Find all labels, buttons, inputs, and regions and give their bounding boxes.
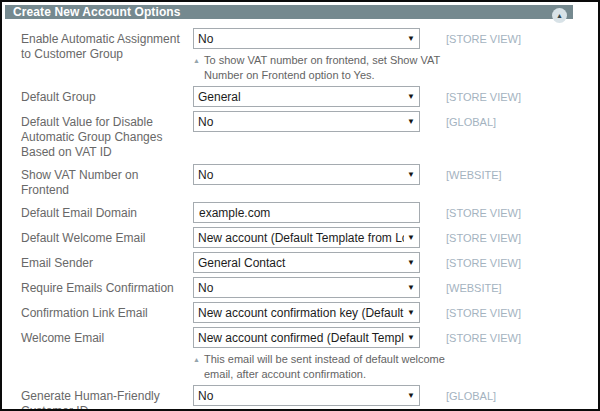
select-require-emails-confirmation[interactable]: No ▼	[193, 277, 420, 298]
scope-label: [STORE VIEW]	[421, 302, 521, 319]
scope-label: [GLOBAL]	[421, 385, 496, 402]
dropdown-arrow-icon: ▼	[407, 170, 415, 179]
field-label: Email Sender	[21, 252, 193, 271]
select-welcome-email[interactable]: New account confirmed (Default Template …	[193, 327, 420, 348]
dropdown-arrow-icon: ▼	[407, 391, 415, 400]
select-value: No	[198, 115, 404, 129]
form-row-confirmation-link-email: Confirmation Link Email New account conf…	[21, 302, 598, 323]
select-value: New account confirmation key (Default Te…	[198, 306, 404, 320]
scope-label: [STORE VIEW]	[421, 202, 521, 219]
field-label: Default Welcome Email	[21, 227, 193, 246]
scope-label: [STORE VIEW]	[421, 327, 521, 344]
form-row-show-vat-number: Show VAT Number on Frontend No ▼ [WEBSIT…	[21, 164, 598, 198]
scope-label: [WEBSITE]	[421, 164, 502, 181]
field-label: Default Value for Disable Automatic Grou…	[21, 111, 193, 160]
form-row-default-welcome-email: Default Welcome Email New account (Defau…	[21, 227, 598, 248]
note-arrow-icon: ▲	[193, 353, 204, 367]
settings-page: Create New Account Options ▲ Enable Auto…	[2, 2, 598, 409]
note-arrow-icon: ▲	[193, 54, 204, 68]
dropdown-arrow-icon: ▼	[407, 117, 415, 126]
scope-label: [STORE VIEW]	[421, 227, 521, 244]
field-label: Default Email Domain	[21, 202, 193, 221]
screenshot-frame: Create New Account Options ▲ Enable Auto…	[0, 0, 600, 411]
select-value: No	[198, 168, 404, 182]
form-row-email-sender: Email Sender General Contact ▼ [STORE VI…	[21, 252, 598, 273]
select-value: No	[198, 281, 404, 295]
scope-label: [STORE VIEW]	[421, 86, 521, 103]
scope-label: [GLOBAL]	[421, 111, 496, 128]
field-label: Require Emails Confirmation	[21, 277, 193, 296]
dropdown-arrow-icon: ▼	[407, 283, 415, 292]
default-email-domain-input[interactable]	[193, 202, 420, 223]
dropdown-arrow-icon: ▼	[407, 258, 415, 267]
note-text: This email will be sent instead of defau…	[204, 353, 445, 380]
select-default-welcome-email[interactable]: New account (Default Template from Local…	[193, 227, 420, 248]
field-note: ▲To show VAT number on frontend, set Sho…	[193, 53, 449, 82]
field-label: Default Group	[21, 86, 193, 105]
chevron-up-icon: ▲	[556, 12, 563, 19]
dropdown-arrow-icon: ▼	[407, 333, 415, 342]
form-row-default-email-domain: Default Email Domain [STORE VIEW]	[21, 202, 598, 223]
field-label: Confirmation Link Email	[21, 302, 193, 321]
select-default-disable-group-changes[interactable]: No ▼	[193, 111, 420, 132]
form-row-generate-human-friendly-id: Generate Human-Friendly Customer ID No ▼…	[21, 385, 598, 409]
form-row-default-disable-group-changes: Default Value for Disable Automatic Grou…	[21, 111, 598, 160]
field-label: Generate Human-Friendly Customer ID	[21, 385, 193, 409]
field-label: Show VAT Number on Frontend	[21, 164, 193, 198]
section-title: Create New Account Options	[13, 5, 181, 19]
form-row-enable-automatic-assignment: Enable Automatic Assignment to Customer …	[21, 28, 598, 82]
dropdown-arrow-icon: ▼	[407, 233, 415, 242]
select-value: No	[198, 389, 404, 403]
select-email-sender[interactable]: General Contact ▼	[193, 252, 420, 273]
select-show-vat-number[interactable]: No ▼	[193, 164, 420, 185]
form-row-require-emails-confirmation: Require Emails Confirmation No ▼ [WEBSIT…	[21, 277, 598, 298]
form-row-default-group: Default Group General ▼ [STORE VIEW]	[21, 86, 598, 107]
field-label: Enable Automatic Assignment to Customer …	[21, 28, 193, 62]
dropdown-arrow-icon: ▼	[407, 308, 415, 317]
select-value: General	[198, 90, 404, 104]
select-confirmation-link-email[interactable]: New account confirmation key (Default Te…	[193, 302, 420, 323]
select-generate-human-friendly-id[interactable]: No ▼	[193, 385, 420, 406]
select-value: No	[198, 32, 404, 46]
section-header-create-new-account-options[interactable]: Create New Account Options ▲	[5, 5, 573, 19]
scope-label: [STORE VIEW]	[421, 252, 521, 269]
dropdown-arrow-icon: ▼	[407, 92, 415, 101]
collapse-section-button[interactable]: ▲	[552, 8, 567, 23]
scope-label: [WEBSITE]	[421, 277, 502, 294]
select-value: General Contact	[198, 256, 404, 270]
select-value: New account confirmed (Default Template …	[198, 331, 404, 345]
select-default-group[interactable]: General ▼	[193, 86, 420, 107]
create-new-account-options-form: Enable Automatic Assignment to Customer …	[2, 19, 598, 409]
note-text: To show VAT number on frontend, set Show…	[204, 54, 440, 81]
form-row-welcome-email: Welcome Email New account confirmed (Def…	[21, 327, 598, 381]
field-note: ▲This email will be sent instead of defa…	[193, 352, 449, 381]
field-label: Welcome Email	[21, 327, 193, 346]
scope-label: [STORE VIEW]	[421, 28, 521, 45]
dropdown-arrow-icon: ▼	[407, 34, 415, 43]
select-enable-automatic-assignment[interactable]: No ▼	[193, 28, 420, 49]
select-value: New account (Default Template from Local…	[198, 231, 404, 245]
